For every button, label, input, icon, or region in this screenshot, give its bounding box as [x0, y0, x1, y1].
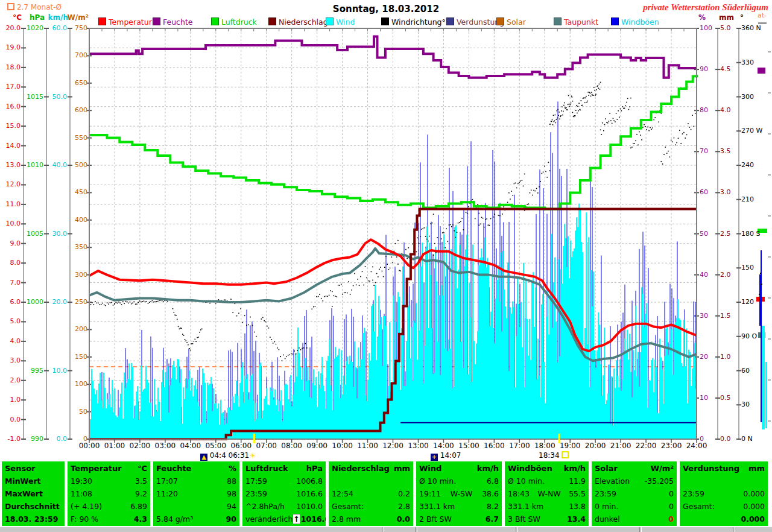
month-col-tick [768, 215, 771, 217]
axis-tick-label-mm: 2.0 [720, 271, 747, 279]
axis-tick-label-temp_c: 7.0 [0, 279, 21, 287]
dot [572, 112, 574, 113]
table-column: Temperatur°C19:303.511:089.2(+ 4.19)6.89… [68, 461, 150, 526]
table-cell-value: 38.6 [482, 489, 499, 498]
table-cell-label: 11:20 [156, 489, 178, 498]
table-row: 3 Bft SW13.4 [505, 513, 589, 525]
dot [150, 301, 151, 302]
dot [520, 180, 521, 182]
dot [602, 122, 603, 124]
dot [357, 279, 358, 280]
legend-item-windrichtung: Windrichtung° [381, 17, 446, 27]
table-cell-label: 17:07 [156, 477, 178, 486]
dot [576, 105, 577, 106]
dot [98, 303, 99, 304]
dot [609, 121, 610, 122]
table-column: SolarW/m²Elevation-35.20523:5900 min.0du… [592, 461, 677, 526]
dot [270, 337, 271, 338]
dot [569, 106, 571, 107]
dot [633, 143, 634, 144]
dot [604, 124, 606, 125]
month-col-tick [768, 338, 771, 340]
dot [544, 166, 545, 167]
axis-tick-label-temp_c: 6.0 [0, 299, 21, 306]
table-row: 17:0788 [153, 475, 239, 487]
table-row: Temperatur°C [68, 461, 150, 475]
dot [342, 294, 343, 295]
x-axis-label: 10:00 [331, 442, 355, 450]
axis-tick-deg [736, 302, 741, 303]
table-cell-value: -35.205 [645, 477, 674, 486]
axis-tick-temp_c [21, 86, 26, 87]
dot [152, 300, 153, 302]
x-axis-label: 03:00 [153, 442, 177, 450]
legend-item-verdunstung: Verdunstung [446, 17, 504, 27]
axis-tick-label-hpa: 1005 [23, 230, 43, 238]
table-cell-value: 88 [227, 477, 236, 486]
dot [240, 308, 241, 309]
axis-tick-label-solar: 650 [67, 80, 87, 87]
dot [551, 121, 552, 122]
table-row [329, 475, 413, 487]
axis-tick-label-mm: 1.0 [720, 353, 747, 361]
dot [347, 293, 348, 294]
table-row: dunkel0 [592, 513, 677, 525]
dot [318, 296, 319, 297]
dot [282, 360, 283, 361]
dot [380, 267, 381, 268]
table-column: Niederschlagmm12:540.2Gesamt:2.82.8 mm0.… [329, 461, 413, 526]
dot [337, 296, 338, 297]
table-row: Verdunstungmm [680, 461, 768, 475]
axis-tick-label-temp_c: 16.0 [0, 103, 21, 110]
dot [279, 349, 280, 350]
axis-tick-label-solar: 300 [67, 271, 87, 279]
dot [332, 306, 333, 307]
axis-tick-temp_c [21, 380, 26, 381]
legend-swatch [446, 17, 454, 25]
legend-swatch [381, 17, 389, 25]
dot [612, 123, 613, 124]
axis-tick-label-temp_c: 3.0 [0, 357, 21, 364]
month-col-tick [768, 297, 771, 299]
dot [299, 347, 300, 349]
axis-tick-label-solar: 150 [67, 353, 87, 361]
table-row: Windkm/h [416, 461, 502, 475]
dot [432, 223, 433, 224]
legend-swatch [98, 17, 106, 25]
table-row: 17:591006.8 [242, 475, 326, 487]
dot [620, 109, 621, 110]
axis-tick-label-solar: 50 [67, 408, 87, 416]
dot [283, 355, 284, 356]
dot [568, 95, 569, 97]
dot [188, 344, 189, 346]
table-row: 18:43W-NW55.5 [505, 487, 589, 500]
table-cell-label: 11:08 [71, 489, 92, 498]
dot [545, 171, 546, 173]
dot [148, 303, 149, 304]
table-cell-label: Ø 10 min. [419, 477, 456, 486]
dot [177, 319, 178, 320]
dot [517, 183, 519, 184]
dot [498, 215, 499, 216]
dot [668, 151, 669, 152]
dot [334, 296, 335, 297]
axis-unit-hpa: hPa [21, 13, 45, 22]
dot [96, 303, 98, 304]
table-cell-label: Gesamt: [332, 502, 364, 511]
dot [475, 218, 476, 220]
axis-tick-label-solar: 200 [67, 326, 87, 333]
dot [610, 120, 612, 121]
dot [678, 138, 679, 139]
axis-tick-label-hpa: 990 [23, 435, 43, 443]
dot [486, 218, 487, 220]
dot [449, 224, 450, 226]
axis-tick-label-temp_c: 4.0 [0, 338, 21, 345]
axis-tick-label-deg: 120 [741, 299, 768, 306]
dot [484, 227, 485, 228]
legend-label: Taupunkt [564, 17, 598, 27]
table-column-header: Feuchte [156, 464, 191, 473]
status-bar-separator [516, 527, 518, 532]
legend-label: Niederschlag [279, 17, 328, 27]
dot [568, 104, 569, 106]
axis-tick-label-temp_c: 19.0 [0, 44, 21, 51]
